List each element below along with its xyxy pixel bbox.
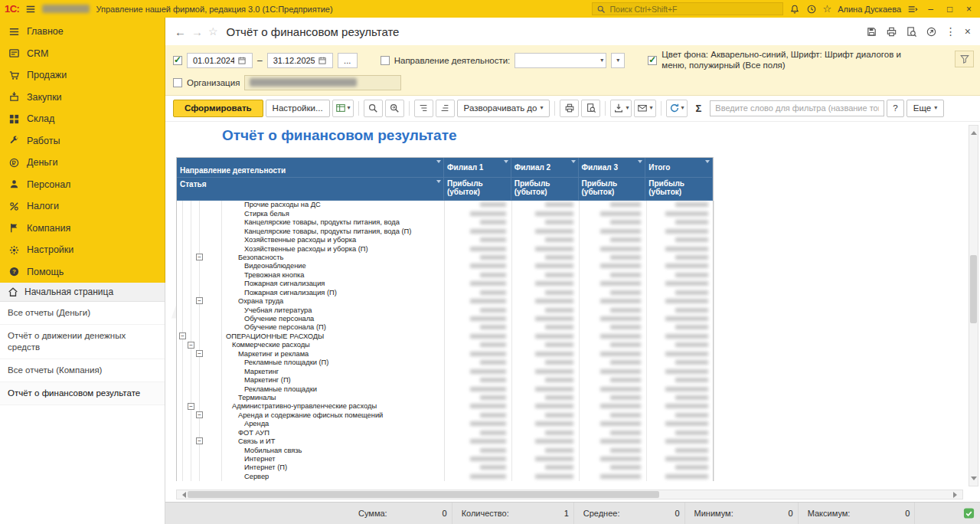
data-cell[interactable] — [512, 244, 580, 253]
data-cell[interactable] — [580, 218, 647, 226]
horizontal-scrollbar[interactable] — [176, 490, 963, 499]
report-row[interactable]: Хозяйственные расходы и уборка — [177, 235, 713, 244]
data-cell[interactable] — [512, 323, 580, 332]
report-row[interactable]: Сервер — [177, 472, 713, 480]
report-row[interactable]: −Аренда и содержание офисных помещений — [177, 411, 713, 419]
data-cell[interactable] — [647, 385, 714, 393]
report-row[interactable]: −Охрана труда — [177, 296, 713, 305]
report-row[interactable]: Канцелярские товары, продукты питания, в… — [177, 227, 713, 235]
data-cell[interactable] — [580, 323, 647, 332]
data-cell[interactable] — [512, 385, 580, 393]
favorite-star-icon[interactable]: ☆ — [208, 25, 218, 38]
article-header[interactable]: Статья — [177, 178, 444, 201]
direction-dropdown-button[interactable]: ▾ — [611, 53, 625, 68]
data-cell[interactable] — [512, 341, 580, 349]
data-cell[interactable] — [445, 385, 512, 393]
expand-to-button[interactable]: Разворачивать до ▾ — [457, 100, 550, 117]
collapse-toggle[interactable]: − — [196, 254, 203, 260]
help-button[interactable]: ? — [887, 100, 903, 117]
notifications-icon[interactable] — [789, 4, 800, 15]
data-cell[interactable] — [580, 472, 647, 480]
data-cell[interactable] — [647, 280, 714, 288]
report-row[interactable]: Интернет (П) — [177, 463, 713, 472]
settings-button[interactable]: Настройки... — [266, 100, 330, 117]
service-menu-icon[interactable] — [907, 4, 918, 15]
data-cell[interactable] — [580, 227, 647, 235]
data-cell[interactable] — [445, 235, 512, 244]
sidebar-item-money[interactable]: Деньги — [0, 152, 165, 174]
data-cell[interactable] — [445, 262, 512, 270]
data-cell[interactable] — [580, 437, 647, 445]
data-cell[interactable] — [445, 253, 512, 261]
data-cell[interactable] — [445, 428, 512, 437]
report-variants-button[interactable]: ▾ — [332, 100, 354, 117]
status-indicator-icon[interactable] — [963, 508, 975, 519]
data-cell[interactable] — [580, 270, 647, 279]
close-form-icon[interactable]: × — [965, 26, 971, 37]
report-row[interactable]: Рекламные площадки — [177, 385, 713, 393]
measure-header[interactable]: Прибыль (убыток) — [444, 178, 511, 201]
data-cell[interactable] — [647, 446, 714, 454]
more-menu-icon[interactable]: ⋮ — [946, 26, 956, 37]
history-icon[interactable] — [806, 4, 817, 15]
column-header[interactable]: Филиал 1 — [444, 158, 511, 178]
direction-combo[interactable]: ▾ — [514, 53, 606, 68]
data-cell[interactable] — [512, 437, 580, 445]
report-row[interactable]: Хозяйственные расходы и уборка (П) — [177, 244, 713, 253]
data-cell[interactable] — [580, 262, 647, 270]
data-cell[interactable] — [580, 296, 647, 305]
data-cell[interactable] — [512, 358, 580, 366]
data-cell[interactable] — [512, 306, 580, 314]
column-header[interactable]: Филиал 3 — [579, 158, 646, 178]
date-to-input[interactable] — [272, 55, 316, 66]
data-cell[interactable] — [445, 358, 512, 366]
report-row[interactable]: Терминалы — [177, 393, 713, 401]
data-cell[interactable] — [512, 227, 580, 235]
data-cell[interactable] — [647, 472, 714, 480]
scroll-right-arrow[interactable] — [953, 492, 960, 498]
data-cell[interactable] — [512, 262, 580, 270]
data-cell[interactable] — [445, 280, 512, 288]
sidebar-item-crm[interactable]: CRM — [0, 43, 165, 65]
get-link-icon[interactable] — [926, 26, 937, 38]
dimension-header[interactable]: Направление деятельности — [177, 158, 444, 178]
report-row[interactable]: Тревожная кнопка — [177, 270, 713, 279]
report-row[interactable]: Пожарная сигнализация — [177, 280, 713, 288]
style-checkbox[interactable] — [648, 56, 657, 65]
date-to-field[interactable] — [267, 53, 333, 68]
data-cell[interactable] — [512, 472, 580, 480]
scroll-up-arrow[interactable] — [971, 128, 977, 135]
data-cell[interactable] — [647, 420, 714, 428]
data-cell[interactable] — [512, 235, 580, 244]
data-cell[interactable] — [647, 463, 714, 472]
data-cell[interactable] — [445, 209, 512, 218]
report-row[interactable]: Видеонаблюдение — [177, 262, 713, 270]
quick-filter-input[interactable] — [710, 100, 884, 116]
data-cell[interactable] — [580, 454, 647, 463]
sidebar-item-main[interactable]: Главное — [0, 21, 165, 43]
data-cell[interactable] — [580, 253, 647, 261]
data-cell[interactable] — [445, 201, 512, 209]
data-cell[interactable] — [580, 420, 647, 428]
data-cell[interactable] — [580, 349, 647, 358]
data-cell[interactable] — [580, 367, 647, 375]
data-cell[interactable] — [512, 454, 580, 463]
report-row[interactable]: Маркетинг (П) — [177, 375, 713, 384]
data-cell[interactable] — [512, 201, 580, 209]
data-cell[interactable] — [445, 296, 512, 305]
collapse-toggle[interactable]: − — [196, 437, 203, 444]
sidebar-item-purchases[interactable]: Закупки — [0, 87, 165, 109]
collapse-toggle[interactable]: − — [188, 403, 194, 410]
find-next-button[interactable] — [385, 100, 404, 117]
vertical-scroll-thumb[interactable] — [970, 255, 977, 323]
print-preview-button[interactable] — [581, 100, 600, 117]
collapse-toggle[interactable]: − — [188, 342, 194, 349]
search-input[interactable] — [609, 4, 779, 15]
report-row[interactable]: Аренда — [177, 420, 713, 428]
data-cell[interactable] — [445, 454, 512, 463]
report-row[interactable]: Канцелярские товары, продукты питания, в… — [177, 218, 713, 226]
column-header[interactable]: Итого — [645, 158, 713, 178]
data-cell[interactable] — [580, 411, 647, 419]
data-cell[interactable] — [580, 402, 647, 411]
send-email-button[interactable]: ▾ — [634, 100, 655, 117]
